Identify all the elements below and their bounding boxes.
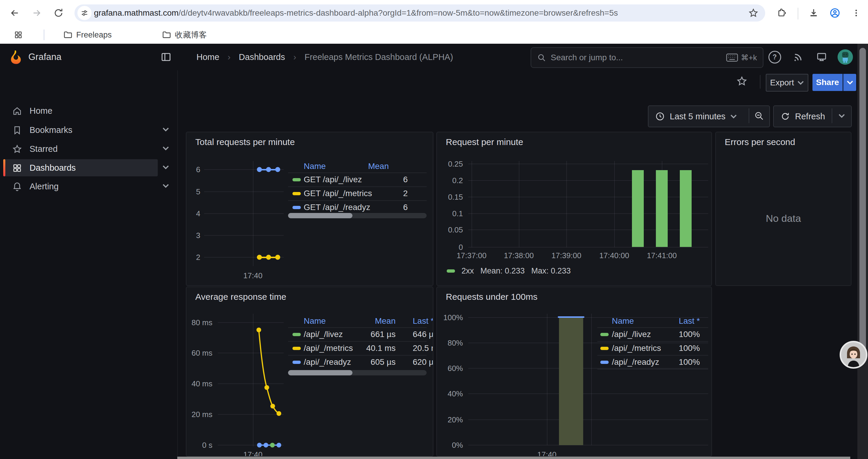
downloads-icon[interactable]: [807, 6, 820, 20]
sidebar-toggle-icon[interactable]: [160, 52, 172, 64]
y-tick: 40%: [437, 389, 463, 398]
user-avatar[interactable]: [838, 49, 853, 65]
y-tick: 0: [437, 243, 463, 252]
search-input[interactable]: Search or jump to... ⌘+k: [531, 47, 764, 68]
panel-total-requests[interactable]: Total requests per minute 6 5 4 3 2 17:4…: [186, 132, 433, 286]
sidebar-item-starred[interactable]: Starred: [0, 140, 177, 157]
legend-row[interactable]: GET /api/_/readyz 6: [288, 201, 427, 214]
series-swatch[interactable]: [600, 333, 609, 336]
time-range-picker[interactable]: Last 5 minutes: [648, 105, 770, 127]
refresh-button[interactable]: Refresh: [773, 105, 852, 127]
horizontal-scrollbar[interactable]: [177, 457, 850, 459]
legend-header-mean[interactable]: Mean: [355, 316, 396, 326]
time-range-label: Last 5 minutes: [670, 112, 725, 121]
series-swatch[interactable]: [292, 192, 301, 195]
chevron-down-icon[interactable]: [162, 127, 169, 131]
panel-title[interactable]: Errors per second: [725, 137, 795, 147]
share-button[interactable]: Share: [812, 74, 843, 91]
nav-sidebar: Home Bookmarks Starred Dashboards Alerti…: [0, 70, 178, 459]
legend-row[interactable]: /api/_/livez 100%: [597, 328, 708, 341]
refresh-icon: [780, 111, 790, 121]
panel-title[interactable]: Request per minute: [446, 137, 523, 147]
keyboard-icon: [726, 54, 738, 62]
help-icon[interactable]: [766, 44, 783, 70]
back-button[interactable]: [8, 6, 21, 20]
y-tick: 5: [186, 187, 200, 196]
extensions-icon[interactable]: [775, 6, 788, 20]
home-icon: [12, 106, 22, 116]
page-scrollbar[interactable]: [857, 44, 868, 459]
series-swatch[interactable]: [292, 333, 301, 336]
apps-grid-icon[interactable]: [12, 28, 25, 41]
legend-scrollbar[interactable]: [288, 213, 427, 218]
zoom-out-time-button[interactable]: [749, 106, 769, 126]
legend-header-name[interactable]: Name: [612, 316, 634, 326]
page-scrollbar-thumb[interactable]: [860, 48, 866, 355]
legend-row[interactable]: /api/_/metrics 100%: [597, 341, 708, 355]
breadcrumb-separator-icon: [227, 44, 230, 70]
series-swatch[interactable]: [292, 347, 301, 350]
legend-row[interactable]: GET /api/_/metrics 2: [288, 187, 427, 200]
refresh-interval-dropdown[interactable]: [832, 106, 851, 126]
share-menu-button[interactable]: [843, 74, 856, 91]
breadcrumb: Home Dashboards Freeleaps Metrics Dashbo…: [196, 44, 453, 70]
x-tick: 17:40:00: [599, 251, 629, 260]
x-tick: 17:40: [537, 450, 556, 457]
chevron-down-icon: [730, 114, 737, 119]
legend-header-name[interactable]: Name: [304, 162, 326, 171]
panel-requests-under-100ms[interactable]: Requests under 100ms 100% 80% 60% 40% 20…: [436, 287, 712, 457]
sidebar-item-home[interactable]: Home: [0, 102, 177, 119]
panel-legend[interactable]: 2xx Mean: 0.233 Max: 0.233: [447, 266, 571, 276]
bar-2xx: [632, 170, 644, 247]
panel-title[interactable]: Requests under 100ms: [446, 292, 537, 302]
legend-header-last[interactable]: Last *: [413, 316, 433, 326]
legend-header-name[interactable]: Name: [304, 316, 326, 326]
url-bar[interactable]: grafana.mathmast.com/d/deytv4rwavabkb/fr…: [74, 4, 765, 22]
reload-button[interactable]: [52, 6, 65, 20]
kiosk-monitor-icon[interactable]: [813, 44, 830, 70]
sidebar-item-alerting[interactable]: Alerting: [0, 178, 177, 195]
legend-row[interactable]: /api/_/readyz 100%: [597, 355, 708, 369]
site-settings-icon[interactable]: [78, 6, 92, 20]
panel-request-per-minute[interactable]: Request per minute 0.25 0.2 0.15 0.1 0.0…: [436, 132, 712, 286]
chevron-down-icon[interactable]: [162, 165, 169, 169]
legend-header-last[interactable]: Last *: [679, 316, 700, 326]
refresh-label: Refresh: [795, 112, 825, 121]
browser-menu-icon[interactable]: [850, 6, 863, 20]
series-swatch[interactable]: [292, 361, 301, 364]
browser-toolbar: grafana.mathmast.com/d/deytv4rwavabkb/fr…: [0, 0, 868, 26]
legend-header-mean[interactable]: Mean: [368, 162, 389, 171]
legend-row[interactable]: /api/_/livez 661 µs 646 µs: [288, 328, 433, 341]
series-swatch[interactable]: [292, 178, 301, 182]
floating-assistant-avatar[interactable]: [840, 341, 867, 369]
series-swatch[interactable]: [447, 269, 455, 273]
y-tick: 0.05: [437, 225, 463, 234]
sidebar-item-bookmarks[interactable]: Bookmarks: [0, 121, 177, 138]
panel-errors-per-second[interactable]: Errors per second No data: [715, 132, 851, 286]
chevron-down-icon[interactable]: [162, 184, 169, 188]
export-button[interactable]: Export: [766, 74, 808, 92]
bookmark-star-icon[interactable]: [747, 6, 760, 20]
series-swatch[interactable]: [600, 361, 609, 364]
grafana-brand[interactable]: Grafana: [28, 44, 61, 70]
panel-avg-response-time[interactable]: Average response time 80 ms 60 ms 40 ms …: [186, 287, 433, 457]
series-swatch[interactable]: [600, 347, 609, 350]
panel-title[interactable]: Total requests per minute: [195, 137, 295, 147]
news-rss-icon[interactable]: [790, 44, 807, 70]
legend-row[interactable]: /api/_/readyz 605 µs 620 µs: [288, 355, 433, 369]
grafana-logo[interactable]: [9, 50, 23, 64]
forward-button[interactable]: [30, 6, 43, 20]
series-swatch[interactable]: [292, 206, 301, 209]
star-dashboard-icon[interactable]: [735, 74, 749, 89]
breadcrumb-home[interactable]: Home: [196, 44, 219, 70]
bookmark-item-freeleaps[interactable]: Freeleaps: [63, 26, 112, 44]
bookmark-item-blogs[interactable]: 收藏博客: [162, 26, 207, 44]
legend-row[interactable]: /api/_/metrics 40.1 ms 20.5 ms: [288, 341, 433, 355]
chevron-down-icon[interactable]: [162, 146, 169, 150]
sidebar-item-dashboards[interactable]: Dashboards: [0, 159, 177, 176]
legend-scrollbar[interactable]: [288, 370, 427, 375]
profile-icon[interactable]: [829, 6, 841, 20]
breadcrumb-dashboards[interactable]: Dashboards: [239, 44, 285, 70]
y-tick: 0.15: [437, 193, 463, 202]
legend-row[interactable]: GET /api/_/livez 6: [288, 173, 427, 186]
